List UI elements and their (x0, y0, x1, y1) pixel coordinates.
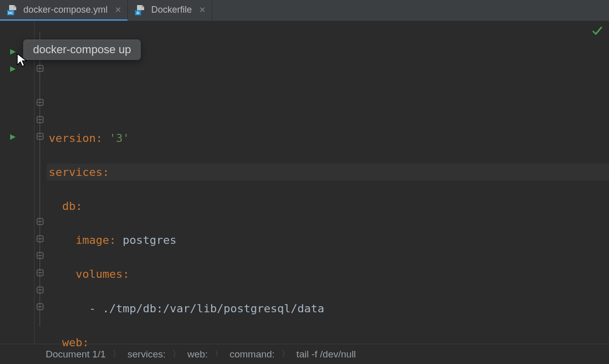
svg-text:D: D (137, 11, 140, 15)
run-tooltip: docker-compose up (23, 40, 141, 60)
fold-guide-line (40, 32, 40, 326)
code-line: volumes: (47, 266, 609, 283)
code-line: services: (47, 164, 609, 181)
dc-file-icon: DC (7, 4, 18, 15)
tab-label: Dockerfile (151, 5, 192, 15)
run-gutter-icon[interactable]: ▶ (10, 63, 16, 74)
run-gutter-icon[interactable]: ▶ (10, 131, 16, 141)
d-file-icon: D (135, 4, 146, 15)
tab-label: docker-compose.yml (23, 5, 108, 15)
analysis-ok-icon[interactable] (592, 25, 603, 39)
close-icon[interactable]: ✕ (199, 5, 206, 15)
close-icon[interactable]: ✕ (115, 5, 121, 15)
code-area[interactable]: version: '3' services: db: image: postgr… (47, 21, 609, 344)
fold-end-icon[interactable] (36, 302, 45, 311)
fold-end-icon[interactable] (36, 115, 45, 124)
fold-handle-icon[interactable] (36, 285, 45, 295)
code-line: web: (47, 334, 609, 351)
run-gutter-icon[interactable]: ▶ (10, 46, 16, 56)
gutter: ▶ ▶ ▶ (0, 21, 35, 344)
tooltip-text: docker-compose up (33, 43, 131, 56)
fold-end-icon[interactable] (36, 234, 45, 243)
tab-docker-compose[interactable]: DC docker-compose.yml ✕ (0, 0, 128, 21)
code-line: version: '3' (47, 130, 609, 147)
fold-handle-icon[interactable] (36, 251, 45, 260)
code-line: - ./tmp/db:/var/lib/postgresql/data (47, 300, 609, 317)
editor: ▶ ▶ ▶ version: '3' services: db: image: … (0, 21, 609, 344)
tab-dockerfile[interactable]: D Dockerfile ✕ (128, 0, 212, 21)
fold-handle-icon[interactable] (36, 64, 45, 73)
fold-handle-icon[interactable] (36, 217, 45, 226)
tab-bar: DC docker-compose.yml ✕ D Dockerfile ✕ (0, 0, 609, 21)
code-line: image: postgres (47, 232, 609, 249)
svg-text:DC: DC (8, 11, 13, 15)
fold-gutter (35, 21, 47, 344)
fold-handle-icon[interactable] (36, 98, 45, 107)
fold-end-icon[interactable] (36, 268, 45, 277)
code-line: db: (47, 198, 609, 215)
fold-handle-icon[interactable] (36, 132, 45, 141)
